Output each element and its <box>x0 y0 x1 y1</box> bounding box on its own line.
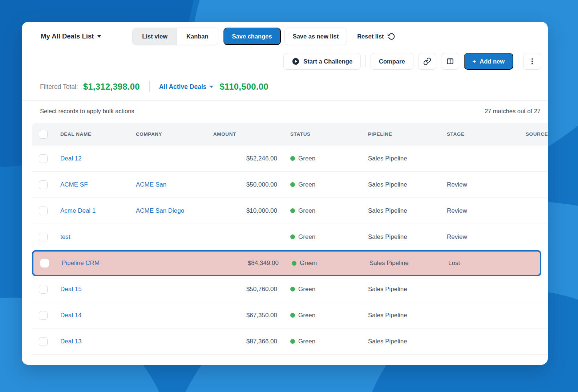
stage-cell: Review <box>447 233 526 241</box>
select-all-cell <box>32 130 60 139</box>
compare-button[interactable]: Compare <box>371 53 413 70</box>
reset-list-label: Reset list <box>357 33 384 40</box>
pipeline-cell: Sales Pipeline <box>368 207 447 215</box>
status-label: Green <box>298 181 315 188</box>
column-header-amount[interactable]: AMOUNT <box>213 131 290 137</box>
row-checkbox[interactable] <box>39 154 48 163</box>
deal-name-link[interactable]: Deal 15 <box>60 286 136 293</box>
deal-name-link[interactable]: Pipeline CRM <box>62 260 137 267</box>
status-cell: Green <box>290 286 368 293</box>
table-row[interactable]: Pipeline CRM $84,349.00 Green Sales Pipe… <box>32 250 541 276</box>
reset-list-button[interactable]: Reset list <box>357 33 395 40</box>
list-toolbar: My All Deals List List view Kanban Save … <box>41 28 541 45</box>
columns-settings-button[interactable] <box>441 53 459 70</box>
column-header-company[interactable]: COMPANY <box>136 131 213 137</box>
table-row[interactable]: ACME SF ACME San $50,000.00 Green Sales … <box>32 172 548 198</box>
column-header-deal-name[interactable]: DEAL NAME <box>60 131 136 137</box>
filtered-total-amount: $1,312,398.00 <box>83 82 140 92</box>
pipeline-cell: Sales Pipeline <box>368 312 447 319</box>
deal-name-link[interactable]: Deal 14 <box>60 312 136 319</box>
start-challenge-button[interactable]: Start a Challenge <box>283 53 361 70</box>
deal-name-link[interactable]: test <box>60 233 136 241</box>
list-selector-label: My All Deals List <box>41 32 94 40</box>
list-selector-dropdown[interactable]: My All Deals List <box>41 32 101 40</box>
toolbar-divider <box>518 55 518 68</box>
add-new-button[interactable]: + Add new <box>464 53 513 70</box>
column-header-pipeline[interactable]: PIPELINE <box>368 131 447 137</box>
copy-link-button[interactable] <box>418 53 436 70</box>
view-toggle: List view Kanban <box>132 28 218 45</box>
table-row[interactable]: Deal 14 $67,350.00 Green Sales Pipeline <box>32 302 548 328</box>
status-dot-green <box>290 182 295 187</box>
company-link[interactable]: ACME San Diego <box>136 207 213 215</box>
status-cell: Green <box>290 207 368 215</box>
deal-name-link[interactable]: Acme Deal 1 <box>60 207 136 215</box>
table-header-row: DEAL NAMECOMPANYAMOUNTSTATUSPIPELINESTAG… <box>32 123 548 146</box>
status-label: Green <box>298 207 315 215</box>
more-options-button[interactable] <box>523 53 541 70</box>
row-checkbox[interactable] <box>39 233 48 241</box>
row-checkbox-cell <box>32 207 60 215</box>
amount-cell: $87,366.00 <box>213 338 290 345</box>
status-label: Green <box>298 312 315 319</box>
status-dot-green <box>290 313 295 318</box>
status-cell: Green <box>290 181 368 188</box>
row-checkbox-cell <box>32 180 60 189</box>
status-dot-green <box>290 339 295 344</box>
column-header-status[interactable]: STATUS <box>290 131 368 137</box>
pipeline-cell: Sales Pipeline <box>368 286 447 293</box>
totals-divider <box>149 81 150 92</box>
status-label: Green <box>300 260 317 267</box>
chain-link-icon <box>423 57 431 65</box>
row-checkbox-cell <box>32 337 60 346</box>
deal-name-link[interactable]: Deal 12 <box>60 155 136 162</box>
column-header-stage[interactable]: STAGE <box>447 131 526 137</box>
table-row[interactable]: Deal 13 $87,366.00 Green Sales Pipeline <box>32 328 548 355</box>
deal-name-link[interactable]: Deal 13 <box>60 338 136 345</box>
save-changes-button[interactable]: Save changes <box>223 28 281 45</box>
bulk-actions-bar: Select records to apply bulk actions 27 … <box>40 108 541 115</box>
toolbar-divider <box>365 55 366 68</box>
add-new-label: Add new <box>480 58 505 65</box>
deal-filter-dropdown[interactable]: All Active Deals <box>159 83 213 91</box>
tab-list-view[interactable]: List view <box>133 28 177 45</box>
column-header-source[interactable]: SOURCE <box>526 131 548 137</box>
row-checkbox[interactable] <box>39 180 48 189</box>
row-checkbox[interactable] <box>39 285 48 294</box>
amount-cell: $10,000.00 <box>213 207 290 215</box>
status-label: Green <box>298 233 315 241</box>
amount-cell: $52,246.00 <box>213 155 290 162</box>
row-checkbox[interactable] <box>39 311 48 320</box>
table-row[interactable]: Deal 12 $52,246.00 Green Sales Pipeline <box>32 146 548 172</box>
deal-filter-label: All Active Deals <box>159 83 207 91</box>
app-background: My All Deals List List view Kanban Save … <box>0 0 578 392</box>
save-as-new-list-button[interactable]: Save as new list <box>284 28 347 45</box>
amount-cell: $67,350.00 <box>213 312 290 319</box>
deal-name-link[interactable]: ACME SF <box>60 181 136 188</box>
status-dot-green <box>290 208 295 213</box>
table-row[interactable]: Acme Deal 1 ACME San Diego $10,000.00 Gr… <box>32 198 548 224</box>
table-row[interactable]: Deal 15 $50,760.00 Green Sales Pipeline <box>32 276 548 302</box>
tab-kanban[interactable]: Kanban <box>177 28 218 45</box>
row-checkbox[interactable] <box>39 207 48 215</box>
stage-cell: Review <box>447 181 526 188</box>
table-body: Deal 12 $52,246.00 Green Sales Pipeline … <box>32 146 548 355</box>
pipeline-cell: Sales Pipeline <box>368 181 447 188</box>
row-checkbox[interactable] <box>40 259 49 268</box>
status-label: Green <box>298 155 315 162</box>
company-link[interactable]: ACME San <box>136 181 213 188</box>
table-row[interactable]: test Green Sales Pipeline Review <box>32 224 548 250</box>
row-checkbox-cell <box>32 311 60 320</box>
amount-cell: $84,349.00 <box>215 260 292 267</box>
row-checkbox[interactable] <box>39 337 48 346</box>
pipeline-cell: Sales Pipeline <box>368 338 447 345</box>
row-checkbox-cell <box>32 285 60 294</box>
two-columns-icon <box>446 57 454 65</box>
bulk-actions-hint: Select records to apply bulk actions <box>40 108 134 115</box>
status-label: Green <box>298 286 315 293</box>
play-circle-icon <box>292 57 300 65</box>
status-cell: Green <box>290 312 368 319</box>
status-dot-green <box>290 234 295 239</box>
select-all-checkbox[interactable] <box>39 130 48 139</box>
status-label: Green <box>298 338 315 345</box>
